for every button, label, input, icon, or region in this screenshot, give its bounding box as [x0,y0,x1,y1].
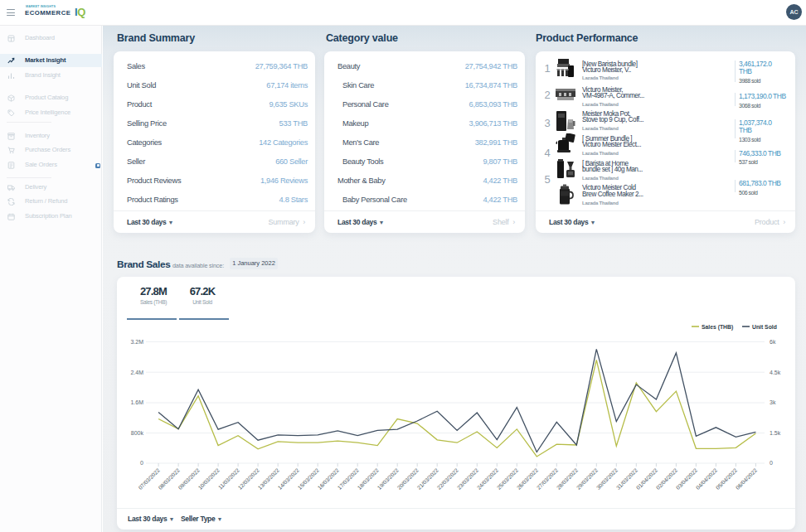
svg-text:800k: 800k [131,430,144,436]
svg-text:2.4M: 2.4M [130,370,143,375]
svg-text:1.6M: 1.6M [130,399,143,405]
svg-text:6k: 6k [770,339,776,345]
svg-text:Sales (THB): Sales (THB) [702,324,733,331]
svg-text:3.2M: 3.2M [130,339,143,345]
svg-text:1.5k: 1.5k [770,430,781,436]
svg-text:0: 0 [770,460,773,466]
svg-text:0: 0 [140,460,143,466]
svg-text:Unit Sold: Unit Sold [752,324,777,330]
svg-text:4.5k: 4.5k [770,370,781,375]
svg-text:06/04/2022: 06/04/2022 [735,467,759,491]
svg-text:3k: 3k [770,399,776,405]
